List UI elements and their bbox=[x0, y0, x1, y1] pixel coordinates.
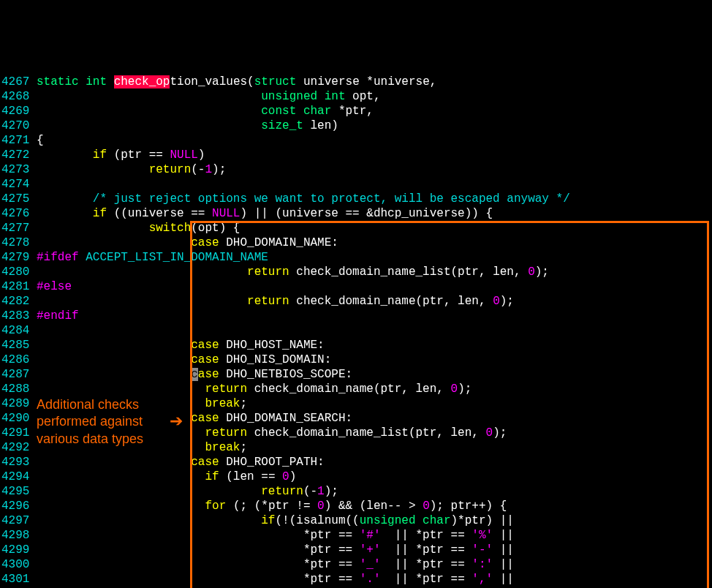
line-number: 4284 bbox=[1, 324, 29, 337]
line-number: 4267 bbox=[1, 75, 29, 88]
comment: /* just reject options we want to protec… bbox=[93, 192, 570, 206]
for-a: (; (*ptr != bbox=[233, 500, 317, 513]
expr: (ptr == bbox=[114, 148, 170, 162]
or: || bbox=[395, 558, 409, 571]
line-number: 4273 bbox=[1, 163, 29, 176]
line-number: 4286 bbox=[1, 353, 29, 366]
line-number: 4297 bbox=[1, 514, 29, 527]
line-number: 4296 bbox=[1, 500, 29, 513]
line-number: 4282 bbox=[1, 295, 29, 308]
null-literal: NULL bbox=[212, 207, 240, 220]
line-number: 4287 bbox=[1, 368, 29, 381]
line-number: 4290 bbox=[1, 412, 29, 425]
keyword-break: break bbox=[205, 441, 240, 454]
line-number: 4278 bbox=[1, 236, 29, 249]
semi: ); bbox=[493, 426, 507, 440]
endif-directive: #endif bbox=[37, 309, 79, 323]
or: || bbox=[500, 543, 514, 557]
cursor: c bbox=[191, 368, 198, 381]
type-universe: universe bbox=[303, 75, 360, 88]
keyword-if: if bbox=[205, 470, 219, 483]
semi: ); bbox=[535, 265, 549, 279]
char-colon: ':' bbox=[471, 558, 493, 571]
char-pct: '%' bbox=[471, 529, 493, 542]
expr-rest: ) || (universe == &dhcp_universe)) { bbox=[240, 207, 493, 220]
keyword-static: static bbox=[37, 75, 79, 88]
or: || bbox=[395, 529, 409, 542]
char-hash: '#' bbox=[360, 529, 381, 542]
semi: ); bbox=[458, 382, 471, 396]
line-number: 4269 bbox=[1, 105, 29, 118]
const-dho-domain-name: DHO_DOMAIN_NAME: bbox=[226, 236, 338, 249]
keyword-case-rest: ase bbox=[198, 368, 219, 381]
switch-arg: (opt) { bbox=[191, 222, 240, 235]
num-1: 1 bbox=[205, 163, 212, 176]
line-number: 4272 bbox=[1, 148, 29, 162]
code-area[interactable]: 4267 static int check_option_values(stru… bbox=[1, 60, 570, 588]
num-0: 0 bbox=[317, 500, 325, 513]
ptr-eq: *ptr == bbox=[416, 543, 472, 557]
line-number: 4270 bbox=[1, 119, 29, 132]
or: || bbox=[500, 558, 514, 571]
keyword-case: case bbox=[191, 456, 219, 469]
line-number: 4268 bbox=[1, 90, 29, 103]
keyword-if: if bbox=[93, 207, 107, 220]
const-dho-domain-search: DHO_DOMAIN_SEARCH: bbox=[226, 412, 352, 425]
keyword-return: return bbox=[247, 265, 289, 279]
const-dho-host-name: DHO_HOST_NAME: bbox=[226, 339, 324, 352]
unsigned-char-cast: unsigned char bbox=[360, 514, 451, 527]
num-0: 0 bbox=[423, 500, 430, 513]
arg-opt: opt, bbox=[352, 90, 380, 103]
line-number: 4292 bbox=[1, 441, 29, 454]
macro-name: ACCEPT_LIST_IN_DOMAIN_NAME bbox=[86, 251, 268, 264]
expr: ((universe == bbox=[114, 207, 212, 220]
line-number: 4299 bbox=[1, 543, 29, 557]
keyword-return: return bbox=[205, 382, 247, 396]
call-check-dn: check_domain_name(ptr, len, bbox=[254, 382, 451, 396]
ret-open: (- bbox=[191, 163, 205, 176]
keyword-case: case bbox=[191, 339, 219, 352]
keyword-struct: struct bbox=[254, 75, 297, 88]
line-number: 4295 bbox=[1, 485, 29, 498]
line-number: 4293 bbox=[1, 456, 29, 469]
ptr-eq: *ptr == bbox=[303, 558, 360, 571]
ret-open: (- bbox=[303, 485, 317, 498]
keyword-return: return bbox=[205, 426, 247, 440]
keyword-int: int bbox=[86, 75, 107, 88]
line-number: 4271 bbox=[1, 134, 29, 147]
num-0: 0 bbox=[282, 470, 289, 483]
keyword-char: char bbox=[303, 105, 331, 118]
num-0: 0 bbox=[451, 382, 458, 396]
const-dho-netbios-scope: DHO_NETBIOS_SCOPE: bbox=[226, 368, 352, 381]
line-number: 4275 bbox=[1, 192, 29, 206]
arg-ptr: *ptr, bbox=[338, 105, 374, 118]
annotation-line-1: Additional checks bbox=[37, 396, 183, 413]
ptr-eq: *ptr == bbox=[303, 543, 360, 557]
line-number: 4288 bbox=[1, 382, 29, 396]
semi: ); bbox=[500, 295, 514, 308]
keyword-int: int bbox=[325, 90, 346, 103]
line-number: 4274 bbox=[1, 178, 29, 191]
keyword-unsigned: unsigned bbox=[261, 90, 317, 103]
for-b: ) && (len-- > bbox=[325, 500, 423, 513]
line-number: 4291 bbox=[1, 426, 29, 440]
line-number: 4289 bbox=[1, 397, 29, 410]
line-number: 4280 bbox=[1, 265, 29, 279]
function-name-rest: tion_values bbox=[170, 75, 247, 88]
paren: ) bbox=[198, 148, 205, 162]
call-check-dn: check_domain_name(ptr, len, bbox=[296, 295, 493, 308]
keyword-if: if bbox=[93, 148, 107, 162]
ptr-eq: *ptr == bbox=[416, 529, 472, 542]
annotation-text: Additional checks performed against vari… bbox=[37, 396, 183, 448]
line-number: 4279 bbox=[1, 251, 29, 264]
char-under: '_' bbox=[360, 558, 381, 571]
ptr-eq: *ptr == bbox=[303, 573, 360, 586]
keyword-const: const bbox=[261, 105, 296, 118]
len-eq-0: (len == bbox=[226, 470, 282, 483]
line-number: 4277 bbox=[1, 222, 29, 235]
keyword-case: case bbox=[191, 353, 219, 366]
arg-len: len) bbox=[310, 119, 338, 132]
const-dho-nis-domain: DHO_NIS_DOMAIN: bbox=[226, 353, 331, 366]
line-number: 4294 bbox=[1, 470, 29, 483]
call-check-dnl: check_domain_name_list(ptr, len, bbox=[296, 265, 528, 279]
